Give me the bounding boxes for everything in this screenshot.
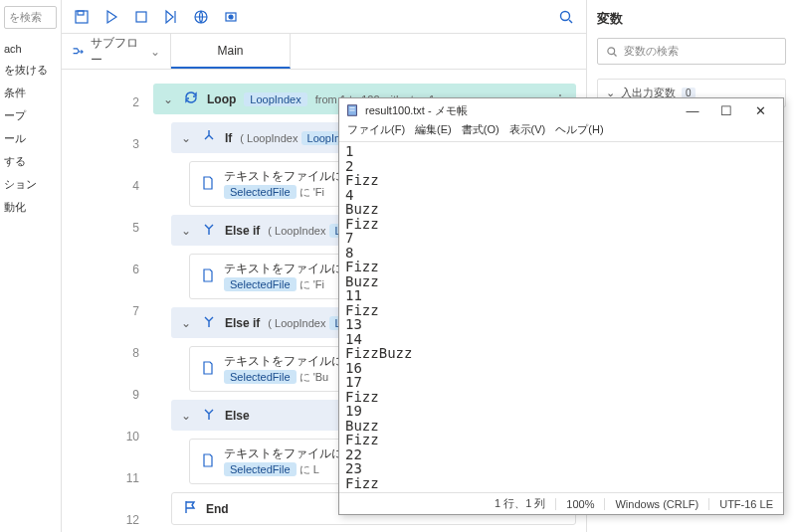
svg-point-9 xyxy=(608,47,615,54)
chevron-down-icon[interactable]: ⌄ xyxy=(181,316,193,330)
line-number: 6 xyxy=(62,261,139,302)
menu-item[interactable]: 書式(O) xyxy=(462,122,499,141)
maximize-button[interactable]: ☐ xyxy=(709,103,743,118)
line-gutter: 23456789101112 xyxy=(62,70,153,532)
minimize-button[interactable]: — xyxy=(676,103,709,118)
chevron-down-icon[interactable]: ⌄ xyxy=(181,131,193,145)
action-category[interactable]: 条件 xyxy=(4,82,57,104)
variables-search[interactable]: 変数の検索 xyxy=(597,38,786,65)
variables-title: 変数 xyxy=(597,10,786,28)
left-panel: を検索 achを抜ける条件ープールするション動化 xyxy=(0,0,62,532)
status-encoding: UTF-16 LE xyxy=(708,498,783,510)
menu-item[interactable]: 表示(V) xyxy=(509,122,546,141)
file-icon xyxy=(200,452,216,471)
file-icon xyxy=(200,267,216,286)
recorder-icon[interactable] xyxy=(223,9,239,25)
notepad-content[interactable]: 1 2 Fizz 4 Buzz Fizz 7 8 Fizz Buzz 11 Fi… xyxy=(339,142,783,492)
file-icon xyxy=(200,360,216,379)
if-label: If xyxy=(225,131,232,145)
actions-search[interactable]: を検索 xyxy=(4,6,57,29)
line-number: 9 xyxy=(62,386,139,428)
action-category[interactable]: ション xyxy=(4,173,57,196)
save-icon[interactable] xyxy=(74,9,90,25)
subflow-label: サブフロー xyxy=(91,35,144,69)
stop-icon[interactable] xyxy=(133,9,149,25)
close-button[interactable]: ✕ xyxy=(743,103,777,118)
action-category[interactable]: ープ xyxy=(4,104,57,127)
notepad-title: result100.txt - メモ帳 xyxy=(365,103,676,118)
action-category[interactable]: ach xyxy=(4,39,57,59)
loop-var: LoopIndex xyxy=(244,92,306,106)
flag-icon xyxy=(182,499,198,518)
status-zoom: 100% xyxy=(555,498,604,510)
file-icon xyxy=(200,175,216,194)
notepad-window[interactable]: result100.txt - メモ帳 — ☐ ✕ ファイル(F)編集(E)書式… xyxy=(338,97,784,515)
svg-rect-1 xyxy=(78,11,84,15)
menu-item[interactable]: 編集(E) xyxy=(415,122,452,141)
svg-point-7 xyxy=(561,11,570,20)
loop-label: Loop xyxy=(207,92,236,106)
chevron-down-icon[interactable]: ⌄ xyxy=(181,224,193,238)
notepad-titlebar[interactable]: result100.txt - メモ帳 — ☐ ✕ xyxy=(339,98,783,122)
elseif-label: Else if xyxy=(225,224,260,238)
write-title: テキストをファイルに xyxy=(224,168,343,185)
line-number: 2 xyxy=(62,93,139,135)
action-category[interactable]: ール xyxy=(4,127,57,150)
run-icon[interactable] xyxy=(103,9,119,25)
notepad-icon xyxy=(345,103,359,117)
menu-item[interactable]: ヘルプ(H) xyxy=(555,122,603,141)
tab-main[interactable]: Main xyxy=(171,34,291,69)
line-number: 11 xyxy=(62,469,139,511)
action-category[interactable]: する xyxy=(4,150,57,173)
notepad-menu: ファイル(F)編集(E)書式(O)表示(V)ヘルプ(H) xyxy=(339,122,783,142)
action-category[interactable]: 動化 xyxy=(4,196,57,219)
loop-icon xyxy=(183,89,199,108)
line-number: 5 xyxy=(62,219,139,261)
svg-rect-2 xyxy=(136,12,146,22)
svg-line-8 xyxy=(569,20,572,23)
line-number: 10 xyxy=(62,428,139,469)
search-icon xyxy=(606,46,618,58)
web-icon[interactable] xyxy=(193,9,209,25)
subflow-dropdown[interactable]: サブフロー ⌄ xyxy=(62,34,171,69)
step-icon[interactable] xyxy=(163,9,179,25)
action-category[interactable]: を抜ける xyxy=(4,59,57,82)
menu-item[interactable]: ファイル(F) xyxy=(347,122,405,141)
chevron-down-icon[interactable]: ⌄ xyxy=(163,92,175,106)
svg-line-10 xyxy=(614,54,616,56)
notepad-statusbar: 1 行、1 列 100% Windows (CRLF) UTF-16 LE xyxy=(339,492,783,514)
status-position: 1 行、1 列 xyxy=(339,496,555,511)
branch-icon xyxy=(201,128,217,147)
svg-point-6 xyxy=(229,15,233,19)
status-crlf: Windows (CRLF) xyxy=(604,498,708,510)
line-number: 12 xyxy=(62,511,139,532)
subflow-icon xyxy=(72,45,85,59)
branch-icon xyxy=(201,406,217,425)
line-number: 7 xyxy=(62,302,139,344)
search-icon[interactable] xyxy=(558,9,574,25)
branch-icon xyxy=(201,221,217,240)
line-number: 4 xyxy=(62,177,139,219)
line-number: 8 xyxy=(62,344,139,386)
toolbar xyxy=(62,0,586,34)
line-number: 3 xyxy=(62,135,139,177)
branch-icon xyxy=(201,313,217,332)
chevron-down-icon[interactable]: ⌄ xyxy=(181,409,193,423)
